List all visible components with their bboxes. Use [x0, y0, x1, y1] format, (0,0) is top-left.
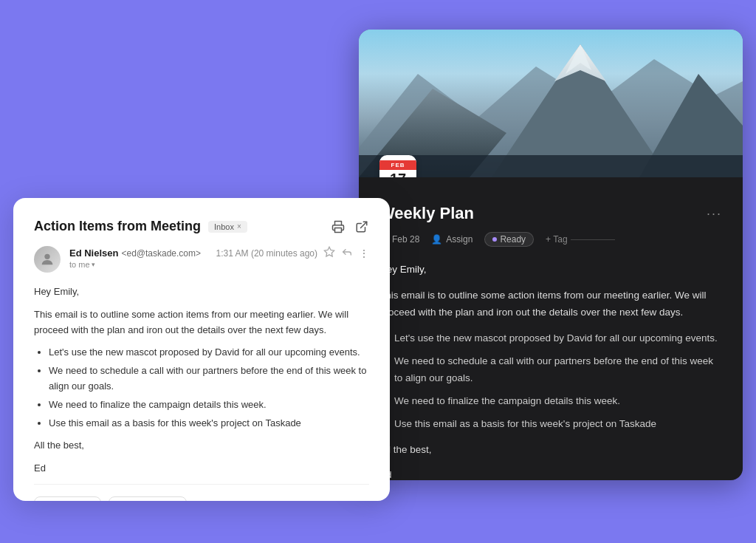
person-icon: 👤 [431, 234, 442, 245]
status-dot [492, 237, 497, 242]
svg-point-10 [44, 254, 49, 259]
taskade-bullet-4: Use this email as a basis for this week'… [394, 416, 722, 433]
email-footer: Reply Forward [13, 485, 390, 501]
email-bullet-4: Use this email as a basis for this week'… [49, 416, 369, 431]
svg-rect-8 [335, 228, 342, 232]
reply-button[interactable]: Reply [34, 496, 101, 501]
timestamp: 1:31 AM (20 minutes ago) [216, 248, 317, 259]
taskade-greeting: Hey Emily, [379, 262, 722, 279]
email-bullet-1: Let's use the new mascot proposed by Dav… [49, 345, 369, 361]
email-closing: All the best, [34, 438, 369, 454]
calendar-month: FEB [379, 160, 416, 170]
email-subject: Action Items from Meeting [34, 219, 201, 234]
svg-rect-7 [359, 155, 743, 177]
taskade-body: Hey Emily, This email is to outline some… [379, 262, 722, 480]
email-signature: Ed [34, 461, 369, 477]
taskade-content: Weekly Plan ··· 🗓 Feb 28 👤 Assign Ready … [359, 177, 743, 480]
calendar-badge: FEB 17 [379, 155, 416, 177]
taskade-card: FEB 17 Weekly Plan ··· 🗓 Feb 28 👤 Assign [359, 30, 743, 480]
taskade-meta: 🗓 Feb 28 👤 Assign Ready + Tag [379, 232, 722, 247]
taskade-status[interactable]: Ready [484, 232, 534, 247]
chevron-down-icon: ▾ [92, 261, 95, 268]
taskade-assign[interactable]: 👤 Assign [431, 234, 472, 245]
taskade-closing: All the best, [379, 442, 722, 459]
to-me-label: to me [69, 260, 90, 269]
forward-button[interactable]: Forward [109, 496, 187, 501]
taskade-signature: Ed [379, 467, 722, 480]
email-body: Hey Emily, This email is to outline some… [13, 284, 390, 477]
email-bullet-2: We need to schedule a call with our part… [49, 363, 369, 395]
to-me[interactable]: to me ▾ [69, 260, 369, 269]
more-icon[interactable]: ⋮ [359, 247, 369, 259]
sender-name-block: Ed Nielsen <ed@taskade.com> [69, 247, 201, 259]
subject-row: Action Items from Meeting Inbox × [34, 219, 369, 234]
sender-actions: ⋮ [323, 246, 369, 260]
inbox-badge: Inbox × [208, 221, 247, 233]
email-card: Action Items from Meeting Inbox × [13, 198, 390, 501]
external-link-icon[interactable] [354, 219, 369, 234]
print-icon[interactable] [331, 219, 346, 234]
taskade-bullet-2: We need to schedule a call with our part… [394, 353, 722, 387]
scene: FEB 17 Weekly Plan ··· 🗓 Feb 28 👤 Assign [0, 0, 756, 543]
sender-meta: 1:31 AM (20 minutes ago) [216, 246, 369, 260]
taskade-bullet-3: We need to finalize the campaign details… [394, 393, 722, 410]
tag-line [571, 239, 615, 240]
avatar [34, 246, 61, 273]
email-header-icons [331, 219, 369, 234]
sender-name: Ed Nielsen [69, 247, 118, 259]
mountain-image: FEB 17 [359, 30, 743, 177]
email-bullets: Let's use the new mascot proposed by Dav… [49, 345, 369, 431]
subject-left: Action Items from Meeting Inbox × [34, 219, 247, 234]
more-options-icon[interactable]: ··· [707, 206, 722, 222]
email-bullet-3: We need to finalize the campaign details… [49, 397, 369, 413]
svg-marker-11 [324, 247, 334, 256]
taskade-title: Weekly Plan [379, 204, 474, 223]
taskade-bullet-1: Let's use the new mascot proposed by Dav… [394, 330, 722, 347]
taskade-tag[interactable]: + Tag [546, 234, 614, 245]
sender-info: Ed Nielsen <ed@taskade.com> 1:31 AM (20 … [69, 246, 369, 269]
star-icon[interactable] [323, 246, 335, 260]
reply-icon[interactable] [341, 246, 353, 260]
taskade-bullets: Let's use the new mascot proposed by Dav… [394, 330, 722, 433]
sender-row: Ed Nielsen <ed@taskade.com> 1:31 AM (20 … [34, 246, 369, 273]
email-greeting: Hey Emily, [34, 284, 369, 300]
inbox-label: Inbox [214, 222, 234, 231]
taskade-title-row: Weekly Plan ··· [379, 204, 722, 223]
email-intro: This email is to outline some action ite… [34, 307, 369, 338]
inbox-close-icon[interactable]: × [237, 222, 241, 230]
sender-email: <ed@taskade.com> [121, 248, 201, 259]
taskade-intro: This email is to outline some action ite… [379, 287, 722, 321]
sender-name-row: Ed Nielsen <ed@taskade.com> 1:31 AM (20 … [69, 246, 369, 260]
email-header: Action Items from Meeting Inbox × [13, 198, 390, 273]
calendar-day: 17 [390, 170, 406, 178]
svg-line-9 [361, 222, 367, 228]
